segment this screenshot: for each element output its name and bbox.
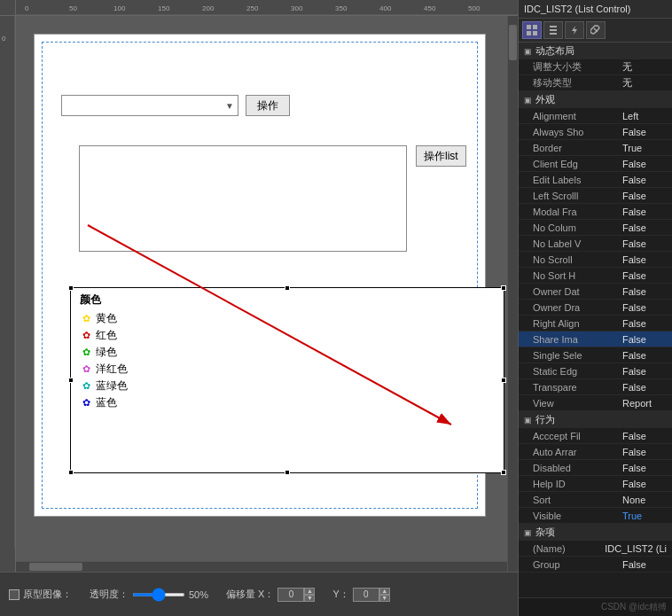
color-icon-green: ✿ bbox=[80, 347, 92, 359]
toolbar-grid-icon[interactable] bbox=[522, 21, 542, 39]
prop-value-8: False bbox=[622, 238, 667, 249]
prop-value-15: False bbox=[622, 350, 667, 361]
prop-name-resize: 调整大小类 bbox=[533, 60, 622, 74]
toolbar-lightning-icon[interactable] bbox=[565, 21, 584, 39]
prop-always-show[interactable]: Always Sho False bbox=[519, 124, 672, 140]
prop-no-label[interactable]: No Label V False bbox=[519, 236, 672, 252]
prop-group[interactable]: Group False bbox=[519, 557, 672, 573]
prop-accept-files[interactable]: Acccept Fil False bbox=[519, 428, 672, 444]
prop-value-14: False bbox=[622, 334, 667, 345]
prop-value-m1: False bbox=[622, 559, 667, 570]
prop-static-edge[interactable]: Static Edg False bbox=[519, 363, 672, 379]
prop-view[interactable]: View Report bbox=[519, 395, 672, 411]
spin-up-icon[interactable]: ▲ bbox=[304, 588, 315, 595]
prop-value-m0: IDC_LIST2 (Li bbox=[605, 543, 667, 554]
prop-name-field[interactable]: (Name) IDC_LIST2 (Li bbox=[519, 541, 672, 557]
properties-list[interactable]: ▣ 动态布局 调整大小类 无 移动类型 无 ▣ 外观 Alignment Lef… bbox=[519, 43, 672, 597]
prop-disabled[interactable]: Disabled False bbox=[519, 460, 672, 476]
transparency-control: 透明度： 50% bbox=[90, 588, 208, 601]
prop-name-6: Modal Fra bbox=[533, 207, 622, 217]
prop-name-b4: Sort bbox=[533, 495, 622, 505]
list-svg bbox=[548, 25, 559, 35]
svg-text:0: 0 bbox=[2, 35, 6, 43]
prop-help-id[interactable]: Help ID False bbox=[519, 476, 672, 492]
offset-y-input[interactable] bbox=[353, 588, 379, 602]
prop-sort[interactable]: Sort None bbox=[519, 492, 672, 508]
prop-move[interactable]: 移动类型 无 bbox=[519, 75, 672, 91]
checkbox-label: 原型图像： bbox=[23, 588, 72, 601]
offset-x-spinbox[interactable]: ▲ ▼ bbox=[277, 588, 315, 602]
prop-share-image[interactable]: Share Ima False bbox=[519, 331, 672, 347]
section-appearance[interactable]: ▣ 外观 bbox=[519, 91, 672, 108]
prop-name-8: No Label V bbox=[533, 238, 622, 249]
handle-tm bbox=[285, 285, 290, 291]
bottom-bar: 原型图像： 透明度： 50% 偏移量 X： ▲ ▼ Y： ▲ ▼ bbox=[0, 572, 518, 616]
prop-single-select[interactable]: Single Sele False bbox=[519, 347, 672, 363]
offset-x-control: 偏移量 X： ▲ ▼ bbox=[226, 588, 315, 602]
prop-owner-data[interactable]: Owner Dat False bbox=[519, 284, 672, 300]
spin-down-y-icon[interactable]: ▼ bbox=[379, 595, 390, 602]
offset-y-spinbox[interactable]: ▲ ▼ bbox=[353, 588, 390, 602]
prop-value-13: False bbox=[622, 318, 667, 329]
spin-down-icon[interactable]: ▼ bbox=[304, 595, 315, 602]
prop-left-scroll[interactable]: Left Scrolll False bbox=[519, 188, 672, 204]
color-label-magenta: 洋红色 bbox=[96, 362, 128, 377]
color-icon-cyan: ✿ bbox=[80, 380, 92, 393]
color-label-yellow: 黄色 bbox=[96, 311, 117, 326]
prop-name-b0: Acccept Fil bbox=[533, 431, 622, 441]
vertical-scrollbar[interactable] bbox=[507, 16, 518, 572]
transparency-slider[interactable] bbox=[132, 593, 185, 597]
prop-name-5: Left Scrolll bbox=[533, 191, 622, 201]
operate-list-button[interactable]: 操作list bbox=[416, 145, 466, 167]
prop-name-move: 移动类型 bbox=[533, 76, 622, 90]
color-label-blue: 蓝色 bbox=[96, 395, 117, 410]
offset-x-spin-buttons: ▲ ▼ bbox=[304, 588, 315, 602]
section-label-appearance: 外观 bbox=[535, 93, 555, 106]
title-text: IDC_LIST2 (List Control) bbox=[524, 4, 630, 14]
prop-value-2: True bbox=[622, 143, 667, 153]
prop-value-5: False bbox=[622, 191, 667, 201]
prop-name-13: Right Align bbox=[533, 318, 622, 329]
prop-alignment[interactable]: Alignment Left bbox=[519, 108, 672, 124]
prop-no-sort[interactable]: No Sort H False bbox=[519, 268, 672, 284]
toolbar-list-icon[interactable] bbox=[543, 21, 563, 39]
prop-value-4: False bbox=[622, 175, 667, 185]
prop-resize[interactable]: 调整大小类 无 bbox=[519, 59, 672, 75]
prop-client-edge[interactable]: Client Edg False bbox=[519, 156, 672, 172]
prop-transparent[interactable]: Transpare False bbox=[519, 379, 672, 395]
list-item: ✿ 蓝色 bbox=[80, 395, 495, 410]
toolbar-wrench-icon[interactable] bbox=[586, 21, 606, 39]
horizontal-scrollbar[interactable] bbox=[16, 561, 507, 572]
handle-bl bbox=[68, 470, 74, 475]
prop-border[interactable]: Border True bbox=[519, 140, 672, 156]
prop-value-7: False bbox=[622, 222, 667, 233]
handle-tr bbox=[501, 285, 506, 291]
listbox-area[interactable] bbox=[79, 145, 407, 252]
prop-auto-arrange[interactable]: Auto Arrar False bbox=[519, 444, 672, 460]
svg-text:50: 50 bbox=[69, 4, 77, 12]
list-item: ✿ 黄色 bbox=[80, 311, 495, 326]
handle-bm bbox=[285, 470, 290, 475]
handle-br bbox=[501, 470, 506, 475]
prop-name-3: Client Edg bbox=[533, 159, 622, 169]
wrench-svg bbox=[590, 25, 601, 35]
section-behavior[interactable]: ▣ 行为 bbox=[519, 411, 672, 428]
prop-edit-labels[interactable]: Edit Labels False bbox=[519, 172, 672, 188]
prop-modal-frame[interactable]: Modal Fra False bbox=[519, 204, 672, 220]
offset-x-input[interactable] bbox=[277, 588, 304, 602]
section-misc[interactable]: ▣ 杂项 bbox=[519, 524, 672, 541]
operate-button[interactable]: 操作 bbox=[246, 95, 290, 116]
prop-no-column[interactable]: No Colum False bbox=[519, 220, 672, 236]
prop-no-scroll[interactable]: No Scroll False bbox=[519, 252, 672, 268]
spin-up-y-icon[interactable]: ▲ bbox=[379, 588, 390, 595]
color-list-control[interactable]: 颜色 ✿ 黄色 ✿ 红色 ✿ 绿色 ✿ 洋红色 bbox=[70, 287, 504, 473]
prop-owner-draw[interactable]: Owner Dra False bbox=[519, 300, 672, 316]
checkbox-icon[interactable] bbox=[9, 589, 20, 600]
prop-visible[interactable]: Visible True bbox=[519, 508, 672, 524]
offset-y-control: Y： ▲ ▼ bbox=[332, 588, 389, 602]
dropdown-control[interactable]: ▼ bbox=[61, 95, 238, 116]
prop-name-14: Share Ima bbox=[533, 334, 622, 345]
prop-name-m1: Group bbox=[533, 559, 622, 570]
prop-right-align[interactable]: Right Align False bbox=[519, 316, 672, 331]
section-dynamic-layout[interactable]: ▣ 动态布局 bbox=[519, 43, 672, 59]
